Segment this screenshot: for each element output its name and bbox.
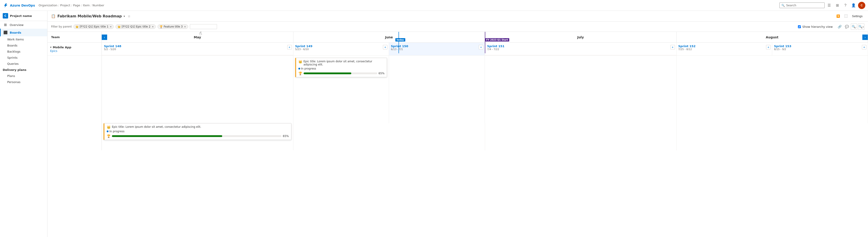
filter-input[interactable] [190,24,217,29]
sidebar-label-boards: Boards [10,31,21,34]
breadcrumb-number[interactable]: Number [92,4,104,7]
sidebar-item-boards-sub[interactable]: Boards [0,42,47,48]
epic-card-2: 👑 Epic title: Lorem ipsum dolor sit amet… [103,123,291,140]
second-epics-scroll: 👑 Epic title: Lorem ipsum dolor sit amet… [102,123,868,150]
favorite-star-icon[interactable]: ☆ [128,14,131,18]
hierarchy-checkbox[interactable] [798,25,801,28]
epic-card-1-title: Epic title: Lorem ipsum dolor sit amet, … [304,60,385,66]
content-area: 📋 Fabrikam Mobile/Web Roadmap ▾ ☆ 🔽 ⛶ Se… [48,11,868,237]
sprint-149-add-btn[interactable]: + [383,45,388,49]
epic-card-2-status: In progress [107,130,289,133]
overview-icon: ⊞ [3,23,7,27]
sidebar-item-plans[interactable]: Plans [0,73,47,79]
sprint-152-cell: Sprint 152 7/25 - 8/12 + [677,43,772,55]
sprint-150-title: Sprint 150 [391,44,483,48]
sprint-151-add-btn[interactable]: + [671,45,675,49]
tag1-remove[interactable]: ✕ [110,26,112,28]
tag2-remove[interactable]: ✕ [152,26,154,28]
zoom-in-btn[interactable]: 🔍+ [858,24,864,30]
list-icon-btn[interactable]: ☰ [826,2,833,9]
today-badge: today [395,38,405,41]
page-header-actions: 🔽 ⛶ Settings [835,13,864,19]
progress-pct-2: 65% [283,135,289,138]
boards-icon: ⬛ [3,31,7,35]
sprint-148-add-btn[interactable]: + [287,45,292,49]
sidebar-label-overview: Overview [10,23,24,27]
link-icon-btn[interactable]: 🔗 [836,24,843,30]
sprint-152-add-btn[interactable]: + [766,45,771,49]
sprint-150-add-btn[interactable]: + [479,45,483,49]
epics-scrollable: 👑 Epic title: Lorem ipsum dolor sit amet… [102,56,868,123]
comment-icon-btn[interactable]: 💬 [844,24,850,30]
team-name: Mobile App [53,45,71,49]
tag3-icon: 🏆 [160,25,163,28]
epics-link[interactable]: Epics [50,49,99,53]
settings-btn[interactable]: Settings [850,13,864,19]
sidebar-label-boards-sub: Boards [7,44,18,47]
breadcrumb-item[interactable]: Item [83,4,90,7]
epic-card-2-header: 👑 Epic title: Lorem ipsum dolor sit amet… [107,125,289,129]
sidebar-item-overview[interactable]: ⊞ Overview [0,21,47,29]
breadcrumb-project[interactable]: Project [60,4,70,7]
sprint-152-dates: 7/25 - 8/12 [678,48,770,51]
timeline-area[interactable]: Team ‹ May June today [48,32,868,237]
user-icon-btn[interactable]: 👤 [850,2,857,9]
sidebar-item-sprints[interactable]: Sprints [0,55,47,61]
epics-content-row: 👑 Epic title: Lorem ipsum dolor sit amet… [48,56,868,123]
status-dot-1 [298,68,300,70]
tag2-icon: 👑 [118,25,121,28]
epic-status-2-text: In progress [110,130,125,133]
june-sprint-col: Sprint 149 5/23 - 6/10 + Sprint 150 6/13… [293,43,485,55]
next-month-btn[interactable]: › [862,35,868,40]
search-box[interactable]: 🔍 Search [779,2,825,8]
team-col-label: Team [51,35,60,39]
hierarchy-toggle[interactable]: Show hierarchy view [798,25,833,28]
team-fixed-col: ▾ Mobile App Epics [48,43,102,55]
sprint-148-cell: Sprint 148 5/2 - 5/20 + [102,43,293,55]
sidebar-item-backlogs[interactable]: Backlogs [0,48,47,55]
sidebar-item-personas[interactable]: Personas [0,79,47,85]
sprint-151-dates: 7/4 - 7/22 [487,48,674,51]
sprint-153-title: Sprint 153 [774,44,866,48]
sprint-153-add-btn[interactable]: + [862,45,866,49]
june-epics-col: 👑 Epic title: Lorem ipsum dolor sit amet… [293,56,485,123]
team-chevron-icon[interactable]: ▾ [50,46,52,49]
sidebar-label-backlogs: Backlogs [7,50,20,53]
epic-card-1: 👑 Epic title: Lorem ipsum dolor sit amet… [295,58,387,77]
sidebar-item-queries[interactable]: Queries [0,61,47,67]
sidebar-item-work-items[interactable]: Work items [0,36,47,42]
tag2-text: [FY22 Q1] Epic title 2 [122,25,150,28]
main-layout: C Project name ⊞ Overview ⬛ Boards Work … [0,11,868,237]
progress-bar-1 [304,72,377,74]
filter-btn[interactable]: 🔽 [835,13,842,19]
sidebar-label-sprints: Sprints [7,56,18,59]
help-icon-btn[interactable]: ? [842,2,849,9]
sidebar-label-delivery-plans: Delivery plans [3,68,26,72]
sidebar-item-delivery-plans[interactable]: Delivery plans [0,67,47,73]
filter-tag-3: 🏆 Feature title 3 ✕ [158,24,188,29]
page-title-dropdown[interactable]: ▾ [124,15,125,18]
tag1-icon: 👑 [75,25,79,28]
sidebar-item-boards[interactable]: ⬛ Boards [0,29,47,36]
grid-icon-btn[interactable]: ⊞ [834,2,841,9]
progress-fill-1 [304,72,351,74]
top-nav-right: 🔍 Search ☰ ⊞ ? 👤 C [779,2,865,9]
breadcrumb-page[interactable]: Page [73,4,80,7]
july-epics-col [485,56,677,123]
sprint-150-cell: Sprint 150 6/13 - 7/1 + [389,43,485,55]
zoom-out-btn[interactable]: 🔍- [851,24,857,30]
tag3-text: Feature title 3 [164,25,183,28]
sprint-148-dates: 5/2 - 5/20 [104,48,291,51]
prev-month-btn[interactable]: ‹ [102,35,107,40]
breadcrumb-org[interactable]: Organization [39,4,57,7]
trophy-icon-1: 🏆 [298,72,302,75]
sidebar-label-plans: Plans [7,74,15,78]
sprint-151-cell: Sprint 151 7/4 - 7/22 + [485,43,676,55]
avatar[interactable]: C [858,2,865,9]
tag3-remove[interactable]: ✕ [184,26,186,28]
fullscreen-btn[interactable]: ⛶ [843,13,849,19]
second-epics-fixed [48,123,102,150]
project-header[interactable]: C Project name [0,11,47,21]
august-epics-col [677,56,868,123]
app-logo[interactable]: Azure DevOps [3,3,35,8]
